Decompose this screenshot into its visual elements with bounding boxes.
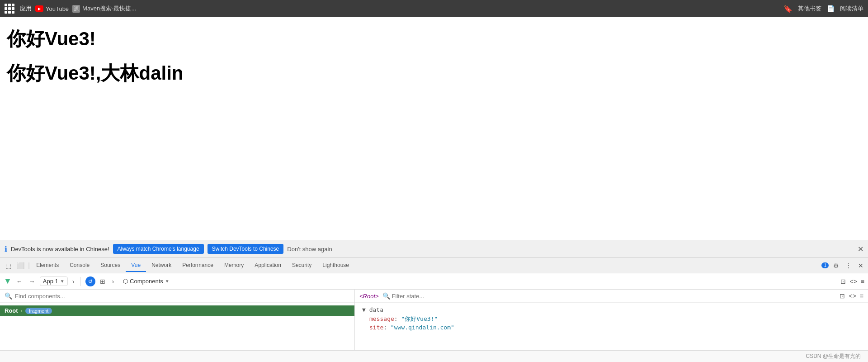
prop-value-site: "www.qindalin.com" [391, 324, 454, 331]
dont-show-link[interactable]: Don't show again [287, 246, 332, 252]
maven-label: Maven搜索-最快捷... [82, 5, 136, 13]
apps-label: 应用 [20, 5, 32, 13]
vue-toolbar-right: ⊡ <> ≡ [840, 278, 864, 285]
chevron-down-icon: ▼ [60, 279, 65, 284]
right-panel-header: <Root> 🔍 ⊡ <> ≡ [355, 290, 868, 303]
youtube-tab[interactable]: YouTube [35, 5, 69, 12]
close-devtools-icon[interactable]: ✕ [856, 261, 865, 270]
refresh-button[interactable]: ↺ [85, 276, 95, 286]
notification-close-icon[interactable]: ✕ [858, 245, 863, 253]
footer-bar: CSDN @生命是有光的 [0, 350, 868, 362]
data-title: ▼ data [362, 306, 861, 313]
tab-elements[interactable]: Elements [31, 259, 64, 272]
console-badge: 1 [821, 262, 829, 268]
prop-value-message: "你好Vue3!" [401, 315, 438, 322]
data-row-message: message: "你好Vue3!" [369, 315, 861, 323]
youtube-icon [35, 5, 43, 12]
tab-security[interactable]: Security [287, 259, 317, 272]
cursor-icon[interactable]: ⬚ [3, 262, 14, 269]
bookmark-icon: 🔖 [783, 5, 793, 13]
root-component-label: Root [5, 307, 18, 314]
bookmarks-label: 其他书签 [798, 5, 821, 13]
breadcrumb-nav-icon[interactable]: › [71, 277, 76, 286]
menu-icon[interactable]: ≡ [861, 278, 864, 285]
right-panel-icons: ⊡ <> ≡ [840, 292, 863, 300]
tab-lighthouse[interactable]: Lighthouse [317, 259, 354, 272]
code-icon[interactable]: <> [849, 278, 857, 285]
tab-network[interactable]: Network [146, 259, 177, 272]
vue-logo: ▼ [4, 276, 12, 286]
more-options-icon[interactable]: ⋮ [844, 261, 854, 270]
settings-icon[interactable]: ⚙ [831, 261, 841, 270]
screenshot-icon[interactable]: ⊡ [840, 278, 846, 285]
filter-state-input[interactable] [392, 293, 468, 300]
screenshot-right-icon[interactable]: ⊡ [840, 292, 845, 300]
vue-toolbar: ▼ ← → App 1 ▼ › ↺ ⊞ › ⬡ Components ▼ ⊡ <… [0, 273, 868, 290]
notification-message: DevTools is now available in Chinese! [11, 246, 109, 252]
apps-icon[interactable] [5, 4, 14, 14]
search-icon: 🔍 [5, 292, 12, 300]
tab-separator: | [28, 262, 30, 270]
forward-button[interactable]: → [27, 277, 37, 286]
devtools-tab-right: 1 ⚙ ⋮ ✕ [821, 261, 865, 270]
back-button[interactable]: ← [14, 277, 24, 286]
maven-tab[interactable]: 源 Maven搜索-最快捷... [72, 5, 136, 13]
tab-performance[interactable]: Performance [177, 259, 219, 272]
tab-memory[interactable]: Memory [219, 259, 249, 272]
components-label: Components [130, 278, 163, 285]
page-content: 你好Vue3! 你好Vue3!,大林dalin [0, 17, 868, 240]
prop-colon-2: : [383, 324, 391, 331]
device-icon[interactable]: ⬜ [14, 262, 27, 269]
menu-right-icon[interactable]: ≡ [860, 292, 863, 300]
fragment-badge: fragment [25, 308, 52, 314]
breadcrumb-arrow[interactable]: › [110, 277, 116, 286]
component-tree: Root › fragment [0, 303, 354, 319]
grid-icon[interactable]: ⊞ [98, 277, 107, 286]
tab-vue[interactable]: Vue [126, 259, 146, 272]
root-tag-label: <Root> [359, 293, 379, 300]
refresh-icon: ↺ [88, 278, 93, 285]
tab-application[interactable]: Application [249, 259, 287, 272]
prop-name-site: site [369, 324, 383, 331]
filter-search-bar: 🔍 [382, 292, 468, 300]
prop-name-message: message [369, 315, 394, 322]
main-area: 你好Vue3! 你好Vue3!,大林dalin ℹ DevTools is no… [0, 17, 868, 362]
root-arrow: › [21, 307, 23, 314]
components-icon: ⬡ [123, 278, 128, 285]
find-components-input[interactable] [15, 293, 350, 300]
data-section: ▼ data message: "你好Vue3!" site: "www.qin… [355, 303, 868, 335]
switch-chinese-button[interactable]: Switch DevTools to Chinese [208, 244, 284, 254]
page-heading-2: 你好Vue3!,大林dalin [7, 61, 861, 86]
tab-sources[interactable]: Sources [95, 259, 126, 272]
toolbar-separator [80, 277, 81, 286]
notification-bar: ℹ DevTools is now available in Chinese! … [0, 240, 868, 258]
page-heading-1: 你好Vue3! [7, 26, 861, 52]
data-row-site: site: "www.qindalin.com" [369, 324, 861, 331]
source-icon: 源 [72, 5, 80, 13]
right-panel: <Root> 🔍 ⊡ <> ≡ ▼ data message: "你好Vue3!… [355, 290, 868, 350]
code-right-icon[interactable]: <> [849, 292, 856, 300]
youtube-label: YouTube [46, 5, 69, 12]
always-match-button[interactable]: Always match Chrome's language [113, 244, 204, 254]
reading-label: 阅读清单 [840, 5, 863, 13]
components-chevron-icon: ▼ [165, 279, 170, 284]
devtools-panel: ℹ DevTools is now available in Chinese! … [0, 240, 868, 362]
browser-bar-left: 应用 YouTube 源 Maven搜索-最快捷... [5, 4, 779, 14]
devtools-tabs-bar: ⬚ ⬜ | Elements Console Sources Vue Netwo… [0, 258, 868, 273]
find-components-bar: 🔍 [0, 290, 354, 303]
info-icon: ℹ [5, 245, 7, 253]
prop-colon-1: : [394, 315, 401, 322]
app-selector[interactable]: App 1 ▼ [40, 276, 68, 286]
root-component-item[interactable]: Root › fragment [0, 305, 354, 316]
reading-icon: 📄 [827, 5, 835, 12]
components-button[interactable]: ⬡ Components ▼ [118, 276, 174, 286]
tab-console[interactable]: Console [64, 259, 95, 272]
devtools-body: 🔍 Root › fragment <Root> 🔍 [0, 290, 868, 350]
browser-bar: 应用 YouTube 源 Maven搜索-最快捷... 🔖 其他书签 📄 阅读清… [0, 0, 868, 17]
left-panel: 🔍 Root › fragment [0, 290, 355, 350]
filter-search-icon: 🔍 [382, 292, 390, 300]
footer-text: CSDN @生命是有光的 [806, 352, 861, 360]
app-selector-label: App 1 [43, 278, 58, 285]
browser-bar-right: 🔖 其他书签 📄 阅读清单 [783, 5, 863, 13]
